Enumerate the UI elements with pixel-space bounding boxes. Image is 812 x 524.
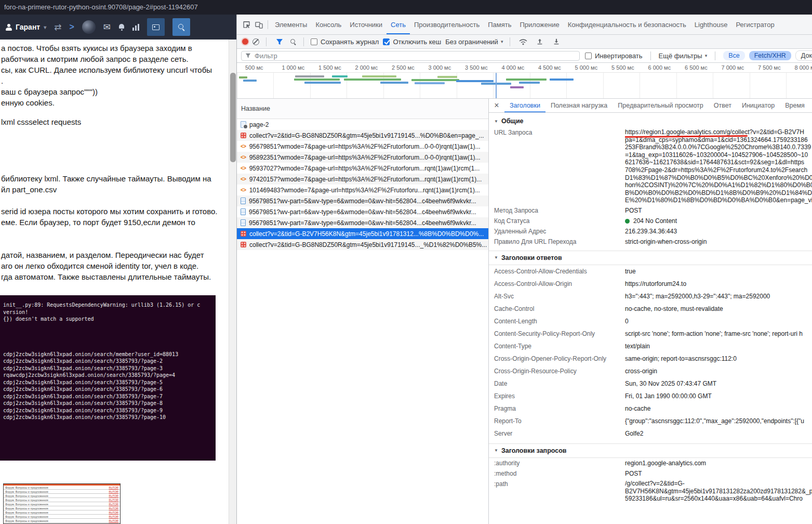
request-name: page-2: [249, 121, 269, 128]
network-request-row[interactable]: 95679851?wv-part=7&wv-type=6&wmode=0&wv-…: [237, 217, 488, 228]
network-request-row[interactable]: <>95679851?wmode=7&page-url=https%3A%2F%…: [237, 141, 488, 152]
header-name: :path: [494, 480, 625, 503]
filter-input[interactable]: Фильтр: [241, 51, 580, 61]
divider: [650, 51, 651, 60]
header-value-line: https://region1.google-analytics.com/g/c…: [625, 128, 812, 136]
devtools-tab[interactable]: Память: [484, 15, 515, 35]
network-request-row[interactable]: collect?v=2&tid=G-B2V7H56K8N&gtm=45je5bi…: [237, 228, 488, 239]
scrollbar-thumb[interactable]: [230, 73, 236, 162]
network-request-row[interactable]: 95679851?wv-part=6&wv-type=6&wmode=0&wv-…: [237, 206, 488, 217]
header-name: URL Запроса: [494, 128, 625, 204]
section-request-headers[interactable]: ▼ Заголовки запросов: [489, 443, 812, 458]
timeline-label: 500 мс: [245, 64, 263, 71]
devtools-tab[interactable]: Lighthouse: [690, 15, 732, 35]
bell-icon[interactable]: [118, 24, 125, 30]
devtools-tab[interactable]: Конфиденциальность и безопасность: [564, 15, 690, 35]
mini-table-text: Форум: Вопросы и предложения: [5, 503, 48, 506]
header-name: Content-Security-Policy-Report-Only: [494, 330, 625, 338]
network-request-row[interactable]: page-2: [237, 119, 488, 130]
details-tab[interactable]: Инициатор: [737, 99, 780, 113]
requests-table: Название page-2collect?v=2&tid=G-BG8N8DZ…: [237, 99, 489, 524]
section-response-headers[interactable]: ▼ Заголовки ответов: [489, 251, 812, 265]
devtools-tab[interactable]: Регистратор: [731, 15, 778, 35]
network-request-row[interactable]: collect?v=2&tid=G-BG8N8DZ50R&gtm=45je5bi…: [237, 239, 488, 250]
devtools-panel: ЭлементыКонсольИсточникиСетьПроизводител…: [236, 15, 812, 524]
network-request-row[interactable]: <>95892351?wmode=7&page-url=https%3A%2F%…: [237, 152, 488, 163]
funnel-icon: [245, 53, 251, 58]
header-row: :methodPOST: [489, 468, 812, 479]
code-file-icon: <>: [241, 187, 246, 193]
details-tab[interactable]: Предварительный просмотр: [613, 99, 708, 113]
search-icon[interactable]: [290, 38, 297, 45]
header-value: true: [625, 267, 812, 276]
header-value-line: 708%2Fpage-2&dr=https%3A%2F%2Frutorforum…: [625, 166, 812, 174]
timeline-bar: [510, 86, 524, 88]
network-request-row[interactable]: <>97420157?wmode=7&page-url=https%3A%2F%…: [237, 174, 488, 185]
export-har-icon[interactable]: [550, 35, 563, 48]
article-line: йл part_one.csv: [1, 184, 227, 195]
more-filters-select[interactable]: Ещё фильтры ▾: [659, 52, 708, 60]
network-request-row[interactable]: <>95937027?wmode=7&page-url=https%3A%2F%…: [237, 163, 488, 174]
timeline-label: 6 000 мс: [648, 64, 671, 71]
device-toolbar-icon[interactable]: [252, 18, 265, 31]
stats-icon[interactable]: [132, 24, 139, 31]
header-value: 216.239.34.36:443: [625, 227, 812, 235]
details-tab[interactable]: Полезная нагрузка: [545, 99, 613, 113]
network-request-row[interactable]: <>101469483?wmode=7&page-url=https%3A%2F…: [237, 185, 488, 195]
mini-table-text: Форум: Вопросы и предложения: [5, 494, 48, 497]
chevron-right-icon[interactable]: >: [69, 22, 74, 32]
throttling-value: Без ограничений: [445, 38, 498, 46]
article-paragraph: датой, названием, и разделом. Переодичес…: [1, 250, 227, 282]
filter-chip[interactable]: Все: [723, 51, 745, 60]
details-tab[interactable]: Заголовки: [504, 99, 545, 113]
devtools-tab[interactable]: Источники: [345, 15, 387, 35]
clear-icon[interactable]: [252, 38, 259, 45]
network-request-row[interactable]: collect?v=2&tid=G-BG8N8DZ50R&gtm=45je5bi…: [237, 130, 488, 141]
filter-chip[interactable]: Fetch/XHR: [749, 51, 791, 60]
swap-arrows-icon[interactable]: ⇄: [54, 22, 61, 33]
network-main: Название page-2collect?v=2&tid=G-BG8N8DZ…: [237, 99, 812, 524]
inspect-element-icon[interactable]: [240, 18, 252, 31]
network-overview[interactable]: 500 мс1 000 мс1 500 мс2 000 мс2 500 мс3 …: [237, 63, 812, 99]
page-scrollbar[interactable]: [229, 40, 236, 524]
mini-table-row: Форум: Вопросы и предложенияRuTOR: [4, 510, 120, 515]
record-button[interactable]: [242, 38, 248, 45]
header-name: Alt-Svc: [494, 292, 625, 300]
preserve-log-toggle[interactable]: Сохранять журнал: [311, 38, 379, 46]
disable-cache-toggle[interactable]: Отключить кеш: [383, 38, 441, 46]
devtools-tab[interactable]: Приложение: [515, 15, 563, 35]
column-header-name[interactable]: Название: [237, 99, 488, 119]
mini-table-text: Форум: Вопросы и предложения: [5, 519, 48, 522]
header-row: Код Статуса204 No Content: [489, 216, 812, 226]
search-button[interactable]: [172, 18, 190, 36]
import-har-icon[interactable]: [534, 35, 546, 48]
section-general[interactable]: ▼ Общие: [489, 113, 812, 127]
network-request-row[interactable]: 95679851?wv-part=5&wv-type=6&wmode=0&wv-…: [237, 195, 488, 206]
devtools-tab[interactable]: Элементы: [271, 15, 311, 35]
throttling-select[interactable]: Без ограничений ▾: [445, 38, 503, 46]
timeline-bar: [519, 82, 540, 84]
network-conditions-icon[interactable]: [517, 35, 529, 48]
request-header-rows: :authorityregion1.google-analytics.com:m…: [489, 458, 812, 504]
timeline-label: 8 000 мс: [795, 64, 812, 71]
invert-filter-toggle[interactable]: Инвертировать: [585, 52, 643, 60]
mail-icon[interactable]: ✉: [103, 22, 111, 33]
avatar[interactable]: [82, 20, 96, 34]
devtools-tab[interactable]: Производительность: [410, 15, 484, 35]
filter-chip[interactable]: Документ: [795, 50, 812, 61]
header-value-line: D1%83%D1%87%D0%B0%D0%B5%D0%BC%20Xenforo%…: [625, 174, 812, 182]
garant-menu[interactable]: Гарант ▾: [5, 23, 46, 31]
header-row: URL Запросаhttps://region1.google-analyt…: [489, 127, 812, 205]
mini-table-text: Форум: Вопросы и предложения: [5, 499, 48, 502]
devtools-tab[interactable]: Консоль: [311, 15, 345, 35]
gallery-button[interactable]: [147, 18, 165, 36]
close-icon[interactable]: ×: [489, 101, 504, 110]
filter-toggle-icon[interactable]: [273, 35, 286, 48]
timeline-label: 4 500 мс: [538, 64, 561, 71]
timeline-label: 7 000 мс: [722, 64, 744, 71]
details-tab[interactable]: Время: [780, 99, 810, 113]
header-name: Правило Для URL Перехода: [494, 238, 625, 246]
terminal-line: [3, 344, 212, 351]
details-tab[interactable]: Ответ: [709, 99, 737, 113]
devtools-tab[interactable]: Сеть: [387, 15, 410, 35]
